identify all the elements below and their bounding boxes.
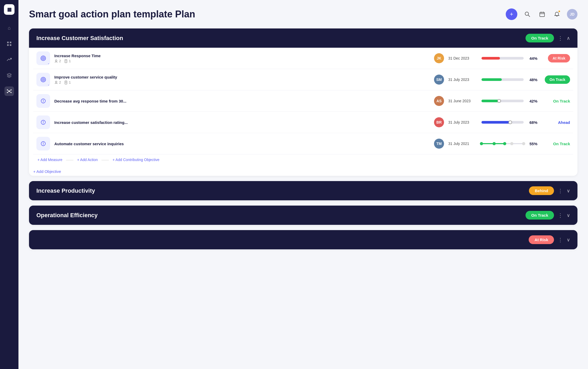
obj-avatar: TM — [434, 139, 444, 149]
obj-meta: 2 1 — [54, 80, 430, 84]
section-menu-icon[interactable]: ⋮ — [558, 212, 563, 219]
obj-date: 31 June 2023 — [448, 99, 477, 103]
svg-line-10 — [8, 90, 9, 91]
objective-row: ⌄Improve customer service quality 2 1SM3… — [33, 69, 573, 90]
sidebar-item-network[interactable] — [4, 86, 14, 96]
obj-status-badge[interactable]: On Track — [545, 75, 570, 84]
sidebar-item-layers[interactable] — [4, 71, 14, 80]
section-chevron[interactable]: ∨ — [567, 237, 570, 243]
svg-point-8 — [7, 92, 8, 93]
section-operational: Operational EfficiencyOn Track⋮∨ — [29, 206, 577, 225]
search-button[interactable] — [523, 9, 532, 19]
sidebar-item-home[interactable]: ⌂ — [4, 23, 14, 33]
obj-meta: 2 1 — [54, 59, 430, 63]
svg-line-12 — [8, 91, 9, 92]
obj-icon[interactable] — [36, 94, 50, 108]
obj-date: 31 July 2023 — [448, 77, 477, 82]
section-header-productivity: Increase ProductivityBehind⋮∨ — [29, 181, 577, 200]
obj-date: 31 Dec 2023 — [448, 56, 477, 60]
add-link-0[interactable]: + Add Measure — [37, 158, 62, 162]
objective-row: Automate customer service inquiriesTM31 … — [33, 133, 573, 154]
obj-date: 31 July 2023 — [448, 120, 477, 124]
obj-people-count: 2 — [54, 59, 61, 63]
section-customer-satisfaction: Increase Customer SatisfactionOn Track⋮∧… — [29, 28, 577, 176]
obj-name: Improve customer service quality — [54, 75, 430, 79]
progress-percent: 68% — [526, 120, 537, 125]
objective-row: Decrease avg response time from 30...AS3… — [33, 90, 573, 112]
svg-point-23 — [43, 58, 44, 59]
section-menu-icon[interactable]: ⋮ — [558, 188, 563, 194]
notification-button[interactable] — [552, 9, 562, 19]
add-link-1[interactable]: + Add Action — [77, 158, 98, 162]
obj-avatar: JK — [434, 53, 444, 63]
obj-avatar: AS — [434, 96, 444, 106]
obj-info: Automate customer service inquiries — [54, 142, 430, 146]
add-link-2[interactable]: + Add Contributing Objective — [113, 158, 160, 162]
obj-status-badge[interactable]: At Risk — [548, 54, 570, 62]
svg-line-15 — [528, 15, 530, 17]
obj-name: Decrease avg response time from 30... — [54, 99, 430, 103]
notification-dot — [558, 10, 561, 13]
svg-line-13 — [10, 91, 11, 92]
obj-info: Increase Response Time 2 1 — [54, 54, 430, 63]
obj-info: Improve customer service quality 2 1 — [54, 75, 430, 84]
obj-status: On Track — [544, 75, 570, 84]
obj-icon[interactable]: ⌄ — [36, 73, 50, 86]
progress-wrap: 42% — [481, 99, 539, 103]
svg-point-9 — [11, 92, 12, 93]
obj-info: Increase customer satisfaction rating... — [54, 120, 430, 125]
add-objective-link[interactable]: + Add Objective — [29, 167, 577, 176]
section-header-right: Behind⋮∨ — [529, 186, 570, 195]
section-chevron[interactable]: ∨ — [567, 212, 570, 218]
section-chevron[interactable]: ∨ — [567, 188, 570, 194]
section-menu-icon[interactable]: ⋮ — [558, 237, 563, 243]
section-status-badge[interactable]: At Risk — [529, 235, 554, 244]
sidebar-item-dashboard[interactable] — [4, 39, 14, 48]
section-title-operational: Operational Efficiency — [36, 212, 98, 219]
sections-container: Increase Customer SatisfactionOn Track⋮∧… — [29, 28, 577, 249]
svg-rect-16 — [540, 12, 544, 17]
obj-icon[interactable] — [36, 115, 50, 129]
obj-name: Increase Response Time — [54, 54, 430, 58]
section-status-badge[interactable]: On Track — [526, 34, 554, 42]
section-productivity: Increase ProductivityBehind⋮∨ — [29, 181, 577, 200]
svg-line-11 — [10, 90, 11, 91]
progress-wrap: 44% — [481, 56, 539, 61]
svg-rect-3 — [10, 44, 11, 46]
obj-icon[interactable] — [36, 137, 50, 150]
section-status-badge[interactable]: Behind — [529, 186, 554, 195]
obj-date: 31 July 2021 — [448, 142, 477, 146]
svg-rect-1 — [10, 42, 11, 43]
obj-status: Ahead — [544, 120, 570, 125]
section-header-operational: Operational EfficiencyOn Track⋮∨ — [29, 206, 577, 225]
section-status-badge[interactable]: On Track — [526, 211, 554, 220]
calendar-button[interactable] — [537, 9, 547, 19]
obj-status: On Track — [544, 142, 570, 146]
obj-people-count: 2 — [54, 80, 61, 84]
progress-wrap: 48% — [481, 77, 539, 82]
progress-wrap: 55% — [481, 142, 539, 146]
svg-point-7 — [11, 89, 12, 90]
section-chevron[interactable]: ∧ — [567, 35, 570, 41]
page-header: Smart goal action plan template Plan + J… — [29, 8, 577, 20]
obj-avatar: SM — [434, 75, 444, 85]
sidebar-item-trending[interactable] — [4, 55, 14, 64]
obj-info: Decrease avg response time from 30... — [54, 99, 430, 103]
user-avatar[interactable]: JD — [567, 9, 577, 20]
section-header-customer-satisfaction: Increase Customer SatisfactionOn Track⋮∧ — [29, 28, 577, 48]
section-menu-icon[interactable]: ⋮ — [558, 35, 563, 41]
svg-point-31 — [55, 81, 57, 83]
progress-percent: 55% — [526, 142, 537, 146]
svg-point-40 — [43, 123, 44, 123]
add-button[interactable]: + — [506, 8, 517, 20]
header-actions: + JD — [506, 8, 577, 20]
section-title-customer-satisfaction: Increase Customer Satisfaction — [36, 35, 123, 42]
obj-icon[interactable]: ⌄ — [36, 51, 50, 65]
objectives-container: ⌄Increase Response Time 2 1JK31 Dec 2023… — [29, 48, 577, 167]
page-title: Smart goal action plan template Plan — [29, 9, 195, 20]
obj-docs-count: 1 — [64, 59, 71, 63]
sidebar: ▦ ⌂ — [0, 0, 18, 369]
svg-point-24 — [55, 60, 57, 61]
progress-percent: 48% — [526, 77, 537, 82]
app-logo[interactable]: ▦ — [4, 4, 15, 15]
